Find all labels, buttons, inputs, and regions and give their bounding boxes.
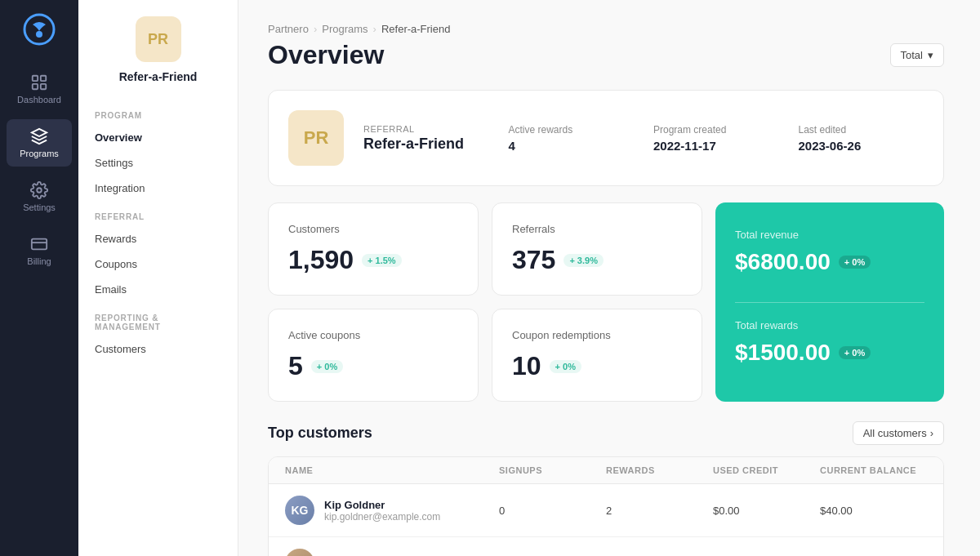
nav-billing-label: Billing xyxy=(27,256,51,266)
sidebar-section-referral: REFERRAL xyxy=(78,212,238,221)
metric-coupon-redemptions: Coupon redemptions 10 + 0% xyxy=(492,309,702,402)
program-name: Refer-a-Friend xyxy=(363,136,489,153)
breadcrumb-current: Refer-a-Friend xyxy=(381,23,451,35)
metric-coupon-redemptions-value: 10 xyxy=(512,351,541,381)
top-customers-title: Top customers xyxy=(268,425,372,442)
svg-point-1 xyxy=(36,31,42,38)
metric-referrals-badge: + 3.9% xyxy=(564,254,604,267)
all-customers-button[interactable]: All customers › xyxy=(853,421,944,445)
teal-rewards-value: $1500.00 xyxy=(735,340,831,366)
left-nav: Dashboard Programs Settings Billing xyxy=(0,0,78,556)
main-content: Partnero › Programs › Refer-a-Friend Ove… xyxy=(238,0,980,556)
total-filter-dropdown[interactable]: Total ▾ xyxy=(890,43,944,67)
page-header: Overview Total ▾ xyxy=(268,40,944,70)
svg-rect-4 xyxy=(33,84,38,89)
sidebar-program-avatar: PR xyxy=(136,16,181,62)
svg-rect-2 xyxy=(33,76,38,81)
teal-revenue-section: Total revenue $6800.00 + 0% xyxy=(735,222,924,292)
metric-active-coupons: Active coupons 5 + 0% xyxy=(268,309,479,402)
program-card-avatar: PR xyxy=(288,110,344,166)
breadcrumb-sep-2: › xyxy=(373,23,376,35)
metrics-grid: Customers 1,590 + 1.5% Referrals 375 + 3… xyxy=(268,202,944,402)
breadcrumb-partnero[interactable]: Partnero xyxy=(268,23,309,35)
logo-icon xyxy=(23,13,56,46)
customer-cell-kip: KG Kip Goldner kip.goldner@example.com xyxy=(285,496,499,525)
metric-customers-label: Customers xyxy=(288,223,458,235)
cell-kip-used-credit: $0.00 xyxy=(713,505,820,517)
col-current-balance: CURRENT BALANCE xyxy=(820,465,927,475)
active-rewards-label: Active rewards xyxy=(509,124,635,136)
customers-table: NAME SIGNUPS REWARDS USED CREDIT CURRENT… xyxy=(268,456,944,556)
col-name: NAME xyxy=(285,465,499,475)
teal-revenue-value: $6800.00 xyxy=(735,249,831,275)
chevron-down-icon: ▾ xyxy=(928,49,933,61)
last-edited-label: Last edited xyxy=(799,124,924,136)
teal-revenue-badge: + 0% xyxy=(839,256,871,269)
billing-icon xyxy=(30,235,48,253)
last-edited-value: 2023-06-26 xyxy=(799,139,924,153)
metric-active-coupons-label: Active coupons xyxy=(288,329,458,341)
customer-email-kip: kip.goldner@example.com xyxy=(324,511,440,523)
programs-icon xyxy=(30,127,48,145)
sidebar-item-rewards[interactable]: Rewards xyxy=(78,226,238,251)
svg-rect-7 xyxy=(32,239,47,250)
sidebar-program-title: Refer-a-Friend xyxy=(78,70,238,83)
customer-info-kip: Kip Goldner kip.goldner@example.com xyxy=(324,499,440,523)
sidebar-item-settings[interactable]: Settings xyxy=(78,150,238,176)
program-stat-rewards: Active rewards 4 xyxy=(509,124,635,153)
customer-cell-greta: GL Greta Lane xyxy=(285,549,499,556)
sidebar-item-customers[interactable]: Customers xyxy=(78,336,238,362)
svg-point-6 xyxy=(37,188,42,193)
nav-programs-label: Programs xyxy=(20,149,59,158)
sidebar-item-overview[interactable]: Overview xyxy=(78,125,238,150)
program-created-label: Program created xyxy=(653,124,779,136)
sidebar-item-integration[interactable]: Integration xyxy=(78,176,238,201)
col-rewards: REWARDS xyxy=(606,465,713,475)
metric-active-coupons-badge: + 0% xyxy=(311,360,343,373)
teal-rewards-badge: + 0% xyxy=(839,346,871,359)
metric-coupon-redemptions-label: Coupon redemptions xyxy=(512,329,682,341)
breadcrumb-sep-1: › xyxy=(314,23,317,35)
metric-customers-badge: + 1.5% xyxy=(362,254,402,267)
program-created-value: 2022-11-17 xyxy=(653,139,779,153)
metric-customers: Customers 1,590 + 1.5% xyxy=(268,202,479,296)
sidebar: PR Refer-a-Friend PROGRAM Overview Setti… xyxy=(78,0,238,556)
sidebar-section-reporting: REPORTING & MANAGEMENT xyxy=(78,314,238,331)
teal-rewards-label: Total rewards xyxy=(735,319,924,331)
sidebar-item-coupons[interactable]: Coupons xyxy=(78,251,238,277)
metric-referrals-value-row: 375 + 3.9% xyxy=(512,245,682,275)
teal-rewards-value-row: $1500.00 + 0% xyxy=(735,340,924,366)
breadcrumb: Partnero › Programs › Refer-a-Friend xyxy=(268,23,944,35)
nav-settings[interactable]: Settings xyxy=(7,173,72,220)
table-row: KG Kip Goldner kip.goldner@example.com 0… xyxy=(269,484,943,537)
top-customers-header: Top customers All customers › xyxy=(268,421,944,445)
cell-kip-signups: 0 xyxy=(499,505,606,517)
program-type: REFERRAL xyxy=(363,124,489,134)
page-title: Overview xyxy=(268,40,384,70)
chevron-right-icon: › xyxy=(930,427,933,439)
settings-icon xyxy=(30,181,48,199)
sidebar-item-emails[interactable]: Emails xyxy=(78,277,238,302)
cell-kip-rewards: 2 xyxy=(606,505,713,517)
metric-referrals: Referrals 375 + 3.9% xyxy=(492,202,702,296)
table-header: NAME SIGNUPS REWARDS USED CREDIT CURRENT… xyxy=(269,457,943,484)
sidebar-section-program: PROGRAM xyxy=(78,111,238,120)
metric-referrals-label: Referrals xyxy=(512,223,682,235)
app-logo xyxy=(23,13,56,46)
metric-referrals-value: 375 xyxy=(512,245,555,275)
nav-dashboard[interactable]: Dashboard xyxy=(7,65,72,113)
col-signups: SIGNUPS xyxy=(499,465,606,475)
program-info: REFERRAL Refer-a-Friend xyxy=(363,124,489,153)
total-filter-label: Total xyxy=(901,49,923,61)
nav-billing[interactable]: Billing xyxy=(7,227,72,274)
nav-programs[interactable]: Programs xyxy=(7,119,72,167)
breadcrumb-programs[interactable]: Programs xyxy=(322,23,368,35)
metric-teal-card: Total revenue $6800.00 + 0% Total reward… xyxy=(715,202,944,402)
customer-name-kip: Kip Goldner xyxy=(324,499,440,511)
program-card: PR REFERRAL Refer-a-Friend Active reward… xyxy=(268,90,944,186)
all-customers-label: All customers xyxy=(863,427,927,439)
dashboard-icon xyxy=(30,73,48,91)
avatar-kip: KG xyxy=(285,496,314,525)
nav-dashboard-label: Dashboard xyxy=(17,95,61,105)
metric-customers-value: 1,590 xyxy=(288,245,354,275)
